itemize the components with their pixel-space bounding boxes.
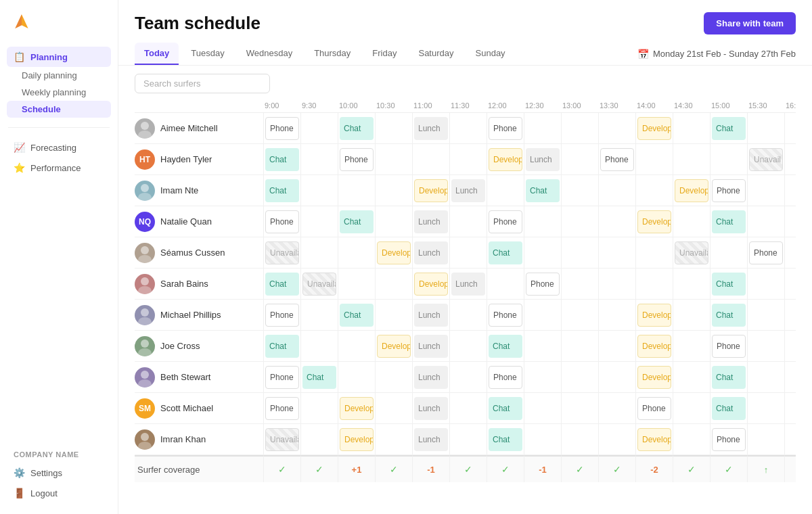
schedule-cell-6-4: Lunch [412,300,449,331]
tab-tuesday[interactable]: Tuesday [181,43,233,65]
schedule-cell-5-5: Lunch [449,268,487,300]
schedule-block-3-4: Lunch [414,210,448,233]
search-input[interactable] [135,74,270,93]
svg-point-2 [141,184,149,192]
schedule-block-6-0: Phone [265,304,299,327]
schedule-block-6-2: Chat [340,304,374,327]
tab-today[interactable]: Today [135,43,179,65]
time-header-1330: 13:30 [598,99,635,113]
avatar-4 [135,243,155,263]
schedule-block-2-7: Chat [526,179,560,202]
schedule-block-4-0: Unavailable [265,241,299,264]
settings-icon: ⚙️ [14,467,25,478]
coverage-cell-1: ✓ [300,455,338,482]
schedule-cell-10-10: Development [635,424,673,455]
person-name-3: Natalie Quan [160,216,212,227]
tab-friday[interactable]: Friday [363,43,406,65]
schedule-block-0-4: Lunch [414,117,448,140]
person-name-0: Aimee Mitchell [160,123,218,133]
schedule-cell-4-14 [784,237,796,268]
svg-point-9 [138,317,152,325]
row-name-7: Joe Cross [135,331,263,362]
logout-icon: 🚪 [14,488,25,498]
schedule-cell-2-2 [338,175,375,206]
schedule-block-7-12: Phone [712,335,746,358]
schedule-cell-6-10: Development [635,300,673,331]
nav-item-planning[interactable]: 📋 Planning [7,47,111,67]
schedule-cell-7-6: Chat [487,331,524,362]
schedule-cell-2-6 [487,175,524,206]
page-title: Team schedule [135,13,261,34]
schedule-cell-9-9 [598,393,635,424]
tab-sunday[interactable]: Sunday [466,43,515,65]
schedule-block-3-0: Phone [265,210,299,233]
schedule-cell-2-0: Chat [263,175,300,206]
schedule-block-0-0: Phone [265,117,299,140]
schedule-cell-9-12: Chat [710,393,747,424]
schedule-block-6-12: Chat [712,304,746,327]
svg-point-6 [141,277,149,285]
svg-point-15 [138,442,152,450]
schedule-cell-3-9 [598,206,635,237]
schedule-cell-4-1 [300,237,338,268]
nav-sub-schedule[interactable]: Schedule [7,101,111,118]
schedule-cell-7-2 [338,331,375,362]
schedule-cell-4-11: Unavailable [673,237,710,268]
schedule-block-5-7: Phone [526,273,560,296]
schedule-cell-1-11 [673,144,710,175]
schedule-cell-4-9 [598,237,635,268]
schedule-cell-5-7: Phone [524,268,561,300]
schedule-cell-0-5 [449,113,487,144]
avatar-9: SM [135,398,155,419]
nav-sub-weekly[interactable]: Weekly planning [7,84,111,101]
schedule-cell-7-3: Development [375,331,412,362]
tab-thursday[interactable]: Thursday [304,43,360,65]
nav-item-forecasting[interactable]: 📈 Forecasting [7,137,111,158]
schedule-block-3-12: Chat [712,210,746,233]
schedule-cell-8-11 [673,362,710,393]
sidebar-bottom: Company name ⚙️ Settings 🚪 Logout [0,444,118,514]
nav-item-performance[interactable]: ⭐ Performance [7,158,111,178]
nav-sub-daily[interactable]: Daily planning [7,67,111,84]
avatar-2 [135,181,155,201]
schedule-cell-3-7 [524,206,561,237]
schedule-cell-6-0: Phone [263,300,300,331]
schedule-cell-0-6: Phone [487,113,524,144]
schedule-block-4-13: Phone [749,241,783,264]
row-name-2: Imam Nte [135,175,263,206]
schedule-cell-5-10 [635,268,673,300]
schedule-cell-5-0: Chat [263,268,300,300]
schedule-block-5-1: Unavailable [302,273,336,296]
share-with-team-button[interactable]: Share with team [704,12,796,34]
schedule-cell-4-10 [635,237,673,268]
schedule-cell-6-13 [747,300,784,331]
nav-item-logout[interactable]: 🚪 Logout [7,483,111,503]
schedule-cell-8-8 [561,362,598,393]
schedule-cell-8-4: Lunch [412,362,449,393]
schedule-cell-5-4: Development [412,268,449,300]
coverage-value-7: -1 [539,465,547,475]
day-tabs: Today Tuesday Wednesday Thursday Friday … [118,43,812,66]
logo [0,0,118,43]
avatar-0 [135,118,155,139]
schedule-block-5-0: Chat [265,273,299,296]
schedule-cell-4-5 [449,237,487,268]
schedule-block-7-4: Lunch [414,335,448,358]
schedule-cell-3-11 [673,206,710,237]
coverage-value-5: ✓ [464,464,472,475]
schedule-cell-6-7 [524,300,561,331]
coverage-cell-8: ✓ [561,455,598,482]
schedule-cell-3-2: Chat [338,206,375,237]
nav-item-settings[interactable]: ⚙️ Settings [7,463,111,483]
schedule-block-9-2: Development [340,397,374,420]
schedule-block-4-3: Development [377,241,411,264]
coverage-cell-4: -1 [412,455,449,482]
schedule-cell-4-4: Lunch [412,237,449,268]
page-header: Team schedule Share with team [118,0,812,43]
schedule-cell-6-9 [598,300,635,331]
date-range: 📅 Monday 21st Feb - Sunday 27th Feb [637,49,796,60]
schedule-block-6-6: Phone [489,304,522,327]
tab-saturday[interactable]: Saturday [409,43,463,65]
schedule-cell-10-1 [300,424,338,455]
tab-wednesday[interactable]: Wednesday [237,43,302,65]
